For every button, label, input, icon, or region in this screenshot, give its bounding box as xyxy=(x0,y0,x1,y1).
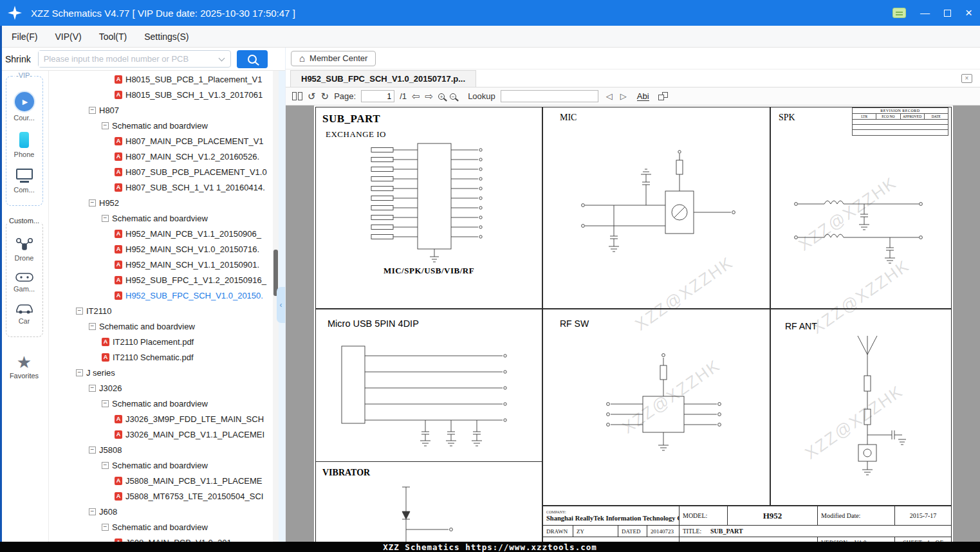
sidebar-item-drone[interactable]: Drone xyxy=(6,237,42,262)
pdf-viewport[interactable]: SUB_PART EXCHANGE IO xyxy=(286,106,980,542)
tree-item[interactable]: − H952_MAIN_SCH_V1.0_20150716. xyxy=(49,241,279,257)
chevron-down-icon[interactable] xyxy=(218,55,225,61)
sidebar-item-course[interactable]: ▶ Cour... xyxy=(6,92,42,122)
lookup-label: Lookup xyxy=(468,91,495,101)
zoom-in-icon[interactable]: + xyxy=(438,93,445,100)
page-back-icon[interactable]: ⇦ xyxy=(412,92,420,101)
company-name: Shanghai ReallyTek Information Technolog… xyxy=(546,515,680,522)
tree-item[interactable]: − IT2110 xyxy=(49,303,279,318)
sidebar-item-phone[interactable]: Phone xyxy=(6,132,42,158)
thumbnail-grid-icon[interactable] xyxy=(658,92,668,100)
collapse-toggle-icon[interactable]: − xyxy=(89,446,96,454)
collapse-toggle-icon[interactable]: − xyxy=(89,199,96,207)
collapse-toggle-icon[interactable]: − xyxy=(89,508,96,515)
collapse-toggle-icon[interactable]: − xyxy=(102,462,109,469)
tree-item-label: H807_SUB_SCH_1_V1 1_20160414. xyxy=(125,183,265,192)
sidebar-item-favorites[interactable]: ★ Favorites xyxy=(10,354,39,380)
tree-item[interactable]: − J5808 xyxy=(49,442,279,457)
zoom-out-icon[interactable]: − xyxy=(450,93,456,100)
menu-item[interactable]: Tool(T) xyxy=(99,32,127,42)
panel-rf-ant: RF ANT xyxy=(770,309,952,506)
close-tab-icon[interactable]: × xyxy=(961,74,972,83)
tree-item[interactable]: − J series xyxy=(49,365,279,380)
tree-item[interactable]: − IT2110 Schematic.pdf xyxy=(49,349,279,365)
tree-item[interactable]: − J5808_MAIN_PCB_V1.1_PLACEME xyxy=(49,473,279,488)
tree-item[interactable]: − Schematic and boardview xyxy=(49,118,279,133)
tree-item[interactable]: − J3026 xyxy=(49,380,279,396)
tree-item[interactable]: − J608 xyxy=(49,504,279,519)
tree-item[interactable]: − H8015_SUB_SCH_1_V1.3_2017061 xyxy=(49,87,279,102)
collapse-toggle-icon[interactable]: − xyxy=(102,400,109,407)
tree-item[interactable]: − H807_MAIN_SCH_V1.2_20160526. xyxy=(49,149,279,164)
panel-spk: SPK REVISION RECORD LTRECO NOAPPROVEDDAT… xyxy=(770,107,952,309)
two-page-view-icon[interactable] xyxy=(292,92,302,100)
tree-item-label: H807_MAIN_SCH_V1.2_20160526. xyxy=(125,152,259,161)
next-result-icon[interactable]: ▷ xyxy=(620,91,627,101)
rotate-right-icon[interactable]: ↻ xyxy=(321,92,329,101)
search-input[interactable] xyxy=(39,51,219,67)
spk-circuit xyxy=(787,165,935,281)
tree-item[interactable]: − Schematic and boardview xyxy=(49,396,279,411)
tree-item[interactable]: − H807_SUB_PCB_PLACEMENT_V1.0 xyxy=(49,164,279,179)
sidebar-item-car[interactable]: Car xyxy=(6,303,42,325)
tree-item[interactable]: − J5808_MT6753_LTE_20150504_SCI xyxy=(49,488,279,504)
panel-splitter[interactable]: ‹ xyxy=(279,71,285,542)
menu-item[interactable]: File(F) xyxy=(12,32,37,42)
tree-item[interactable]: − Schematic and boardview xyxy=(49,210,279,226)
panel-caption: MIC/SPK/USB/VIB/RF xyxy=(316,266,542,276)
search-button[interactable] xyxy=(237,50,268,68)
tree-item[interactable]: − H952_MAIN_PCB_V1.1_20150906_ xyxy=(49,226,279,241)
revision-record-table: REVISION RECORD LTRECO NOAPPROVEDDATE xyxy=(852,107,948,136)
app-window: XZZ Schematics V4.77 [ VIP Due date: 202… xyxy=(0,0,980,552)
tree-item[interactable]: − J608_MAIN_PCB_V1.0_201 xyxy=(49,535,279,542)
pdf-toolbar: ↺ ↻ Page: /1 ⇦ ⇨ + − Lookup ◁ ▷ Abi xyxy=(286,87,980,106)
tree-item[interactable]: − H952_MAIN_SCH_V1.1_20150901. xyxy=(49,257,279,272)
close-button[interactable]: × xyxy=(965,8,972,18)
tree-item[interactable]: − H807 xyxy=(49,102,279,118)
collapse-panel-button[interactable]: ‹ xyxy=(277,287,285,323)
document-tab[interactable]: H952_SUB_FPC_SCH_V1.0_20150717.p... xyxy=(290,70,476,87)
tree-item[interactable]: − J3026_3M9P_FDD_LTE_MAIN_SCH xyxy=(49,411,279,427)
tree-item[interactable]: − H952_SUB_FPC_SCH_V1.0_20150. xyxy=(49,288,279,303)
tree-item[interactable]: − Schematic and boardview xyxy=(49,519,279,535)
tree-item[interactable]: − H807_MAIN_PCB_PLACEMENT_V1 xyxy=(49,133,279,149)
revision-column-header: ECO NO xyxy=(876,114,900,119)
tree-item[interactable]: − Schematic and boardview xyxy=(49,318,279,334)
pdf-file-icon xyxy=(115,477,122,485)
rotate-left-icon[interactable]: ↺ xyxy=(308,92,316,101)
member-center-button[interactable]: ⌂ Member Center xyxy=(291,51,376,66)
tree-item[interactable]: − H952_SUB_FPC_1_V1.2_20150916_ xyxy=(49,272,279,288)
minimize-button[interactable]: — xyxy=(920,10,930,16)
pdf-file-icon xyxy=(115,538,122,542)
tree-item[interactable]: − Schematic and boardview xyxy=(49,457,279,473)
tree-item[interactable]: − J3026_MAIN_PCB_V1.1_PLACEMEI xyxy=(49,427,279,442)
collapse-toggle-icon[interactable]: − xyxy=(102,122,109,129)
sidebar-item-computer[interactable]: Com... xyxy=(6,169,42,194)
phone-icon xyxy=(19,132,29,148)
prev-result-icon[interactable]: ◁ xyxy=(606,91,613,101)
tree-item[interactable]: − IT2110 Placement.pdf xyxy=(49,334,279,349)
menu-item[interactable]: VIP(V) xyxy=(55,32,81,42)
sidebar-item-game[interactable]: Gam... xyxy=(6,272,42,293)
collapse-toggle-icon[interactable]: − xyxy=(102,524,109,531)
collapse-toggle-icon[interactable]: − xyxy=(89,107,96,114)
collapse-toggle-icon[interactable]: − xyxy=(89,385,96,392)
text-select-tool-icon[interactable]: Abi xyxy=(637,92,649,101)
collapse-toggle-icon[interactable]: − xyxy=(76,369,83,376)
tree-item[interactable]: − H807_SUB_SCH_1_V1 1_20160414. xyxy=(49,179,279,195)
shrink-button[interactable]: Shrink xyxy=(4,53,32,66)
collapse-toggle-icon[interactable]: − xyxy=(76,308,83,315)
panel-title: SPK xyxy=(779,113,795,123)
page-number-input[interactable] xyxy=(361,90,394,102)
license-card-icon[interactable] xyxy=(892,8,906,18)
maximize-button[interactable] xyxy=(944,10,951,17)
schematic-page: SUB_PART EXCHANGE IO xyxy=(314,106,953,542)
lookup-input[interactable] xyxy=(501,90,598,102)
menu-item[interactable]: Settings(S) xyxy=(144,32,189,42)
collapse-toggle-icon[interactable]: − xyxy=(89,323,96,330)
page-forward-icon[interactable]: ⇨ xyxy=(425,92,434,101)
tree-item[interactable]: − H952 xyxy=(49,195,279,210)
tree-item[interactable]: − H8015_SUB_PCB_1_Placement_V1 xyxy=(49,71,279,87)
pdf-file-icon xyxy=(115,75,122,84)
collapse-toggle-icon[interactable]: − xyxy=(102,215,109,222)
